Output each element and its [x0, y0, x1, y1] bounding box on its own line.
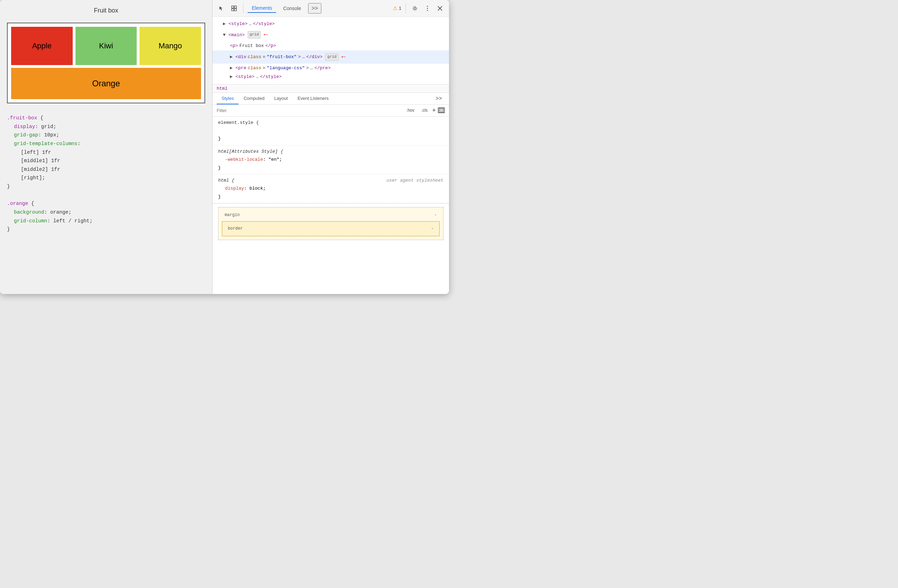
svg-rect-0 [232, 6, 234, 8]
border-row: border - [225, 225, 437, 234]
style-selector-element: element.style { [218, 119, 443, 127]
style-rule-element: element.style { } [212, 117, 449, 145]
svg-rect-1 [234, 6, 237, 8]
devtools-panel: Elements Console >> ⚠ 1 [212, 0, 449, 294]
svg-rect-3 [234, 9, 237, 11]
warning-count: 1 [399, 6, 401, 11]
css-selector-orange: .orange [7, 201, 28, 206]
inspect-icon[interactable] [229, 3, 239, 13]
styles-content: element.style { } html[Attributes Style]… [212, 117, 449, 294]
box-model-section: margin - border - [212, 203, 449, 243]
warning-badge: ⚠ 1 [393, 5, 401, 11]
user-agent-comment: user agent stylesheet [386, 176, 443, 185]
dom-pre-tag[interactable]: ▶ <pre class="language-css">…</pre> [212, 64, 449, 72]
filter-actions: :hov .cls + [404, 107, 445, 114]
css-selector-fruit-box: .fruit-box [7, 115, 37, 121]
expand-arrow[interactable]: ▼ [223, 31, 227, 39]
box-model-toggle-icon[interactable] [438, 108, 445, 113]
filter-bar: :hov .cls + [212, 105, 449, 117]
fruit-box: Apple Kiwi Mango Orange [7, 23, 205, 103]
css-code-block: .fruit-box { display: grid; grid-gap: 10… [7, 110, 205, 237]
tab-computed[interactable]: Computed [238, 93, 269, 105]
box-model-container: margin - border - [218, 207, 443, 240]
red-arrow-div: ← [341, 51, 346, 63]
more-style-tabs[interactable]: >> [433, 94, 445, 103]
more-tabs-icon[interactable]: >> [308, 3, 322, 14]
fruit-orange: Orange [11, 68, 201, 99]
devtools-topbar: Elements Console >> ⚠ 1 [212, 0, 449, 17]
box-model-inner: border - [222, 221, 440, 237]
separator2 [406, 3, 406, 13]
expand-arrow[interactable]: ▶ [230, 64, 234, 72]
page-title: Fruit box [7, 7, 205, 14]
dom-main-tag[interactable]: ▼ <main> grid ← [212, 28, 449, 42]
fruit-mango: Mango [140, 27, 201, 65]
tab-elements[interactable]: Elements [248, 4, 276, 13]
tab-event-listeners[interactable]: Event Listeners [292, 93, 334, 105]
dom-style-tag2[interactable]: ▶ <style>…</style> [212, 72, 449, 81]
red-arrow-main: ← [264, 29, 268, 41]
more-options-icon[interactable] [423, 3, 432, 13]
cursor-icon[interactable] [217, 3, 226, 13]
breadcrumb-bar: html [212, 85, 449, 93]
dom-p-tag[interactable]: <p>Fruit box</p> [212, 42, 449, 50]
style-rule-html: html { user agent stylesheet display: bl… [212, 174, 449, 203]
warning-icon: ⚠ [393, 5, 398, 11]
margin-label: margin [224, 212, 240, 219]
svg-point-6 [427, 8, 428, 9]
close-icon[interactable] [435, 3, 445, 13]
expand-arrow[interactable]: ▶ [223, 20, 227, 28]
filter-input[interactable] [217, 108, 401, 113]
margin-row: margin - [222, 211, 440, 220]
tab-layout[interactable]: Layout [269, 93, 292, 105]
cls-button[interactable]: .cls [419, 107, 430, 114]
svg-line-12 [441, 110, 442, 111]
left-panel: Fruit box Apple Kiwi Mango Orange .fruit… [0, 0, 212, 294]
grid-badge-div: grid [325, 53, 338, 61]
svg-rect-2 [232, 9, 234, 11]
grid-badge: grid [248, 31, 261, 38]
expand-arrow[interactable]: ▶ [230, 53, 234, 61]
border-value: - [431, 225, 434, 233]
style-selector-html-attr: html[Attributes Style] { [218, 148, 443, 155]
style-rule-html-attr: html[Attributes Style] { -webkit-locale:… [212, 145, 449, 174]
expand-arrow[interactable]: ▶ [230, 73, 234, 81]
tab-console[interactable]: Console [279, 4, 305, 12]
style-selector-html: html { [218, 178, 234, 183]
dom-tree: ▶ <style>…</style> ▼ <main> grid ← <p>Fr… [212, 17, 449, 85]
styles-tabbar: Styles Computed Layout Event Listeners >… [212, 93, 449, 105]
dom-div-fruit-box[interactable]: ▶ <div class="fruit-box">…</div> grid ← [212, 51, 449, 64]
settings-icon[interactable] [410, 3, 420, 13]
margin-value: - [434, 212, 437, 219]
breadcrumb-html[interactable]: html [217, 86, 228, 91]
svg-point-5 [427, 6, 428, 7]
dom-style-tag[interactable]: ▶ <style>…</style> [212, 20, 449, 28]
border-label: border [228, 225, 243, 233]
add-style-icon[interactable]: + [432, 107, 436, 114]
svg-point-7 [427, 10, 428, 11]
svg-point-4 [414, 7, 416, 9]
tab-styles[interactable]: Styles [217, 93, 238, 105]
fruit-apple: Apple [11, 27, 73, 65]
hov-button[interactable]: :hov [404, 107, 417, 114]
fruit-kiwi: Kiwi [75, 27, 137, 65]
separator [243, 3, 243, 13]
